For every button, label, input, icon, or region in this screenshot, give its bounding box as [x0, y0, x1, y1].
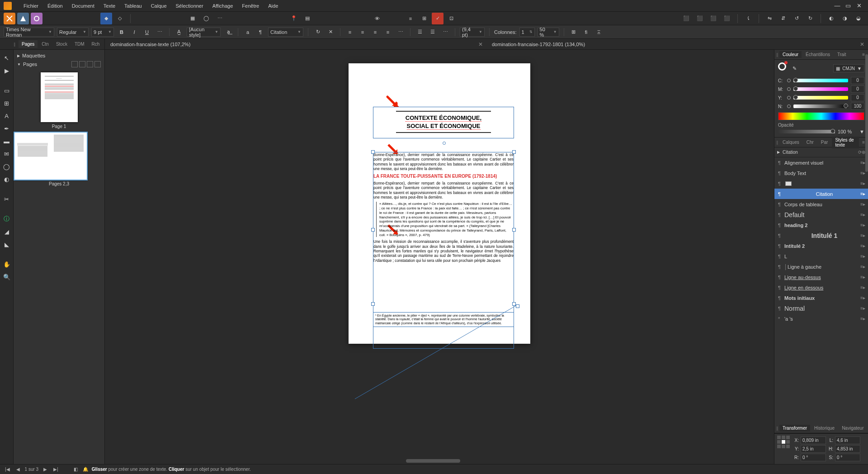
text-style-row[interactable]: ¶Intitulé 1≡▸	[774, 230, 868, 241]
layer-circle-icon[interactable]: ◯	[200, 13, 212, 24]
bold-button[interactable]: B	[117, 28, 127, 37]
artistic-text-tool[interactable]: A	[1, 110, 12, 121]
list-more-icon[interactable]: ⋯	[440, 28, 450, 37]
spectrum-picker[interactable]	[778, 112, 864, 120]
tab-chr[interactable]: Chr	[803, 139, 817, 146]
anchor-grid[interactable]	[777, 436, 790, 448]
preflight-icon[interactable]: ✓	[432, 13, 443, 24]
typography-more-icon[interactable]: ⋯	[155, 28, 165, 37]
node-tool[interactable]: ▶	[1, 65, 12, 76]
selection-handle[interactable]	[512, 150, 516, 154]
window-close[interactable]: ✕	[854, 2, 864, 9]
flip-h-icon[interactable]: ⇋	[764, 13, 775, 24]
leading-dropdown[interactable]: (9,4 pt)▼	[460, 28, 485, 37]
list-number-button[interactable]: ☰	[428, 28, 438, 37]
align-center-button[interactable]: ≡	[358, 28, 368, 37]
arrange-back-icon[interactable]: ⬛	[680, 13, 692, 24]
menu-calque[interactable]: Calque	[146, 3, 171, 9]
pages-view1-icon[interactable]	[71, 61, 78, 67]
transform-r-input[interactable]: 0 °	[801, 454, 826, 461]
text-style-row[interactable]: ¶Corps de tableau≡▸	[774, 199, 868, 209]
align-left-icon[interactable]: ⤹	[742, 13, 754, 24]
pages-view2-icon[interactable]	[79, 61, 85, 67]
tab-historique[interactable]: Historique	[811, 425, 838, 431]
panel-tab-ctn[interactable]: Ctn	[38, 40, 52, 48]
snap-settings-icon[interactable]: ◇	[114, 13, 126, 24]
flow-out-port[interactable]	[443, 142, 446, 145]
close-icon[interactable]: ✕	[478, 41, 483, 47]
status-prev-page[interactable]: ◀	[15, 467, 21, 472]
selection-handle[interactable]	[371, 228, 375, 232]
transparency-tool[interactable]: ◣	[1, 239, 12, 250]
preview-icon[interactable]: 👁	[371, 13, 383, 24]
text-style-row[interactable]: ¶heading 2≡▸	[774, 220, 868, 230]
color-swatch[interactable]	[778, 62, 790, 74]
text-style-row[interactable]: ¶Default≡▸	[774, 209, 868, 220]
pages-view3-icon[interactable]	[87, 61, 93, 67]
ruler-icon[interactable]: ⊞	[569, 28, 579, 37]
fields-icon[interactable]: ⊡	[445, 13, 457, 24]
close-icon[interactable]: ✕	[860, 41, 864, 47]
text-style-row[interactable]: ¶Normal≡▸	[774, 303, 868, 313]
styles-current-header[interactable]: ▶Citation ⟳⊕	[774, 147, 868, 157]
text-style-row[interactable]: ¶Intitulé 2≡▸	[774, 241, 868, 251]
color-mode-dropdown[interactable]: ▦ CMJN ▼	[833, 64, 864, 72]
window-maximize[interactable]: ▭	[843, 2, 854, 9]
pen-tool[interactable]: ✒	[1, 123, 12, 134]
rotate-cw-icon[interactable]: ↻	[804, 13, 816, 24]
baseline-icon[interactable]: ≡	[405, 13, 416, 24]
margin-icon[interactable]: ⊞	[418, 13, 430, 24]
transform-s-input[interactable]: 0 °	[835, 454, 860, 461]
panel-tab-rch[interactable]: Rch	[89, 40, 103, 48]
menu-fenetre[interactable]: Fenêtre	[237, 3, 264, 9]
canvas[interactable]: CONTEXTE ÉCONOMIQUE, SOCIAL ET ÉCONOMIQU…	[105, 50, 774, 464]
style-update-icon[interactable]: ↻	[313, 28, 323, 37]
text-frame-tool[interactable]: ▭	[1, 85, 12, 96]
text-style-row[interactable]: ¶Ligne en dessous≡▸	[774, 282, 868, 293]
align-right-button[interactable]: ≡	[370, 28, 380, 37]
cyan-slider[interactable]	[793, 79, 848, 82]
title-text-frame[interactable]: CONTEXTE ÉCONOMIQUE, SOCIAL ET ÉCONOMIQU…	[373, 107, 514, 138]
char-style-dropdown[interactable]: [Aucun style]▼	[187, 28, 221, 37]
vector-brush-tool[interactable]: ⓘ	[1, 213, 12, 224]
flip-v-icon[interactable]: ⇵	[777, 13, 789, 24]
crop-tool[interactable]: ✂	[1, 194, 12, 204]
transform-y-input[interactable]: 2,5 in	[801, 445, 826, 453]
font-size-dropdown[interactable]: 9 pt▼	[91, 28, 114, 37]
fi-icon[interactable]: fi	[581, 28, 591, 37]
tab-echantillons[interactable]: Échantillons	[802, 51, 833, 58]
arrange-backward-icon[interactable]: ⬛	[694, 13, 706, 24]
transform-w-input[interactable]: 4,6 in	[835, 436, 860, 444]
menu-document[interactable]: Document	[67, 3, 99, 9]
persona-publisher-icon[interactable]	[4, 13, 15, 24]
panel-tab-pages[interactable]: Pages	[19, 40, 38, 48]
pin-icon[interactable]: 📍	[288, 13, 300, 24]
page-2-3-thumbnail[interactable]	[14, 133, 87, 180]
table-tool[interactable]: ⊞	[1, 98, 12, 109]
glyph-icon[interactable]: Ξ	[594, 28, 604, 37]
panel-tab-stock[interactable]: Stock	[53, 40, 71, 48]
arrange-front-icon[interactable]: ⬛	[721, 13, 733, 24]
menu-texte[interactable]: Texte	[99, 3, 120, 9]
selection-handle[interactable]	[512, 228, 516, 232]
opacity-input[interactable]: 100 %	[838, 129, 857, 134]
wrap-icon[interactable]: ▤	[302, 13, 313, 24]
transform-x-input[interactable]: 0,809 in	[801, 436, 826, 444]
shapes-tool[interactable]: ◐	[1, 174, 12, 185]
black-slider[interactable]	[793, 104, 848, 108]
menu-selectionner[interactable]: Sélectionner	[171, 3, 208, 9]
italic-button[interactable]: I	[129, 28, 139, 37]
align-more-icon[interactable]: ⋯	[396, 28, 406, 37]
tab-navigateur[interactable]: Navigateur	[839, 425, 867, 431]
menu-tableau[interactable]: Tableau	[120, 3, 146, 9]
doc-tab-1[interactable]: domination-francaise-texte (107,2%)✕	[105, 39, 486, 49]
layer-order-icon[interactable]: ▦	[187, 13, 198, 24]
text-style-row[interactable]: ¶Citation≡▸	[774, 189, 868, 199]
char-style-icon[interactable]: A̲	[174, 28, 184, 37]
fill-tool[interactable]: ◢	[1, 226, 12, 237]
snap-icon[interactable]: ◆	[100, 13, 112, 24]
tab-calques[interactable]: Calques	[779, 139, 802, 146]
yellow-input[interactable]: 0	[851, 94, 864, 101]
text-style-row[interactable]: ¶│ Ligne à gauche≡▸	[774, 261, 868, 272]
pages-view4-icon[interactable]	[94, 61, 101, 67]
